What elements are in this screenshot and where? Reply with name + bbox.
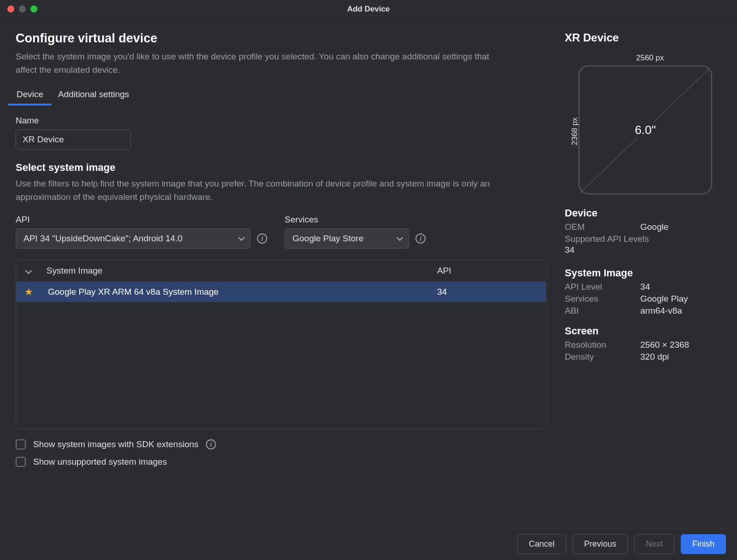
sdk-extensions-label: Show system images with SDK extensions [33, 439, 199, 449]
api-levels-label: Supported API Levels [565, 234, 721, 244]
services-filter-block: Services Google Play Store i [285, 215, 426, 249]
row-api: 34 [437, 287, 538, 297]
device-frame: 6.0" [579, 65, 712, 194]
device-name-input[interactable] [16, 129, 131, 150]
traffic-lights [7, 6, 37, 12]
resolution-value: 2560 × 2368 [640, 340, 689, 350]
resolution-label: Resolution [565, 340, 640, 350]
unsupported-images-option: Show unsupported system images [16, 457, 546, 467]
services-filter-label: Services [285, 215, 426, 225]
oem-value: Google [640, 222, 668, 232]
oem-label: OEM [565, 222, 640, 232]
titlebar: Add Device [0, 0, 737, 18]
system-image-table: System Image API ★ Google Play XR ARM 64… [16, 260, 546, 429]
tab-additional-settings[interactable]: Additional settings [57, 85, 130, 105]
device-preview: 2560 px 2368 px 6.0" [565, 53, 721, 194]
detail-row-resolution: Resolution 2560 × 2368 [565, 340, 721, 350]
info-icon[interactable]: i [415, 233, 426, 244]
api-filter-label: API [16, 215, 267, 225]
detail-row-abi: ABI arm64-v8a [565, 306, 721, 316]
abi-label: ABI [565, 306, 640, 316]
detail-device-heading: Device [565, 207, 721, 219]
services-label: Services [565, 294, 640, 304]
services-dropdown-value: Google Play Store [292, 233, 363, 244]
previous-button[interactable]: Previous [573, 534, 628, 554]
chevron-down-icon[interactable] [25, 268, 32, 274]
density-value: 320 dpi [640, 352, 669, 362]
detail-row-oem: OEM Google [565, 222, 721, 232]
page-title: Configure virtual device [16, 31, 546, 46]
detail-system-image-heading: System Image [565, 267, 721, 279]
device-width-label: 2560 px [579, 53, 721, 63]
table-row[interactable]: ★ Google Play XR ARM 64 v8a System Image… [16, 282, 546, 302]
api-level-label: API Level [565, 282, 640, 292]
detail-row-services: Services Google Play [565, 294, 721, 304]
column-api[interactable]: API [437, 266, 538, 276]
tab-device[interactable]: Device [16, 85, 44, 105]
api-level-value: 34 [640, 282, 650, 292]
abi-value: arm64-v8a [640, 306, 682, 316]
detail-screen: Screen Resolution 2560 × 2368 Density 32… [565, 325, 721, 364]
services-filter-control: Google Play Store i [285, 228, 426, 249]
side-panel-title: XR Device [565, 31, 721, 44]
column-system-image[interactable]: System Image [47, 266, 437, 276]
chevron-down-icon [397, 234, 403, 241]
maximize-window-button[interactable] [30, 6, 37, 12]
api-filter-control: API 34 "UpsideDownCake"; Android 14.0 i [16, 228, 267, 249]
services-dropdown[interactable]: Google Play Store [285, 228, 409, 249]
main-panel: Configure virtual device Select the syst… [16, 31, 546, 528]
detail-system-image: System Image API Level 34 Services Googl… [565, 267, 721, 318]
device-diagonal-size: 6.0" [630, 122, 660, 138]
api-dropdown-value: API 34 "UpsideDownCake"; Android 14.0 [23, 233, 182, 244]
density-label: Density [565, 352, 640, 362]
window-title: Add Device [347, 5, 390, 14]
sdk-extensions-checkbox[interactable] [16, 439, 26, 449]
finish-button[interactable]: Finish [681, 534, 726, 554]
page-description: Select the system image you'd like to us… [16, 50, 504, 76]
star-icon: ★ [24, 286, 33, 298]
chevron-down-icon [238, 234, 245, 241]
window: Add Device Configure virtual device Sele… [0, 0, 737, 560]
table-header: System Image API [16, 260, 546, 282]
content-area: Configure virtual device Select the syst… [0, 18, 737, 528]
system-image-heading: Select system image [16, 162, 546, 174]
next-button: Next [634, 534, 674, 554]
api-levels-value: 34 [565, 245, 721, 255]
unsupported-label: Show unsupported system images [33, 457, 167, 467]
sdk-extensions-option: Show system images with SDK extensions i [16, 439, 546, 449]
detail-screen-heading: Screen [565, 325, 721, 337]
minimize-window-button[interactable] [19, 6, 26, 12]
detail-row-density: Density 320 dpi [565, 352, 721, 362]
system-image-description: Use the filters to help find the system … [16, 177, 504, 204]
cancel-button[interactable]: Cancel [517, 534, 566, 554]
tabs: Device Additional settings [16, 85, 546, 105]
info-icon[interactable]: i [206, 439, 216, 449]
info-icon[interactable]: i [257, 233, 267, 244]
name-label: Name [16, 116, 546, 126]
button-bar: Cancel Previous Next Finish [0, 528, 737, 560]
unsupported-checkbox[interactable] [16, 457, 26, 467]
api-dropdown[interactable]: API 34 "UpsideDownCake"; Android 14.0 [16, 228, 251, 249]
detail-device: Device OEM Google Supported API Levels 3… [565, 207, 721, 260]
filter-row: API API 34 "UpsideDownCake"; Android 14.… [16, 215, 546, 249]
api-filter-block: API API 34 "UpsideDownCake"; Android 14.… [16, 215, 267, 249]
services-value: Google Play [640, 294, 688, 304]
row-name: Google Play XR ARM 64 v8a System Image [48, 287, 437, 297]
detail-row-api-level: API Level 34 [565, 282, 721, 292]
close-window-button[interactable] [7, 6, 14, 12]
side-panel: XR Device 2560 px 2368 px 6.0" Device OE… [565, 31, 721, 528]
